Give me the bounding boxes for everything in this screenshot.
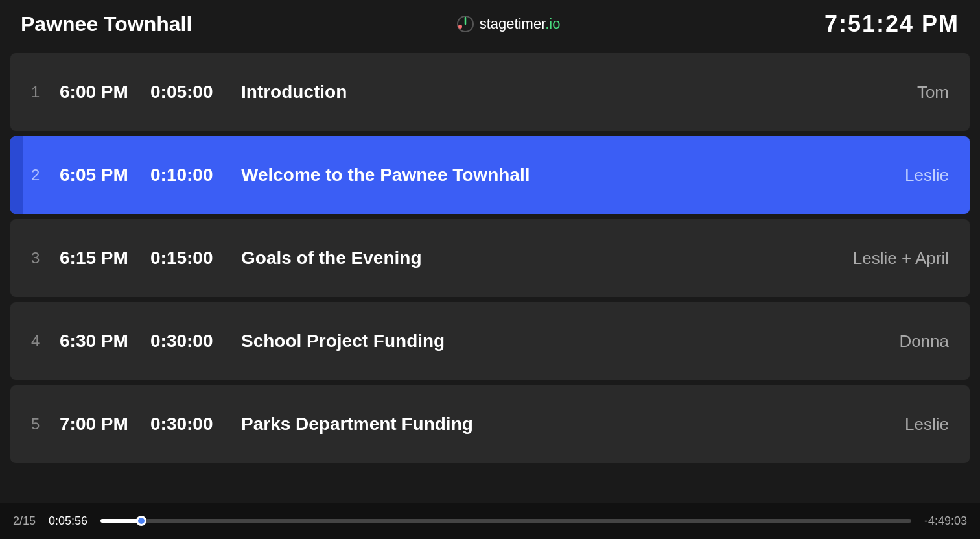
schedule-item-5: 5 7:00 PM 0:30:00 Parks Department Fundi…	[10, 385, 970, 463]
item-duration: 0:30:00	[150, 331, 241, 352]
item-speaker: Leslie + April	[853, 248, 949, 269]
item-time: 6:00 PM	[60, 82, 150, 102]
footer-bar: 2/15 0:05:56 -4:49:03	[0, 503, 980, 539]
progress-fill	[100, 519, 141, 523]
brand-logo: stagetimer.io	[456, 15, 561, 33]
item-duration: 0:10:00	[150, 165, 241, 186]
schedule-item-4: 4 6:30 PM 0:30:00 School Project Funding…	[10, 302, 970, 380]
item-number: 3	[31, 249, 54, 267]
schedule-item-1: 1 6:00 PM 0:05:00 Introduction Tom	[10, 53, 970, 131]
item-duration: 0:30:00	[150, 414, 241, 435]
svg-point-1	[458, 25, 462, 29]
item-time: 6:15 PM	[60, 248, 150, 269]
brand-icon	[456, 15, 474, 33]
active-indicator	[10, 136, 23, 214]
schedule-item-3: 3 6:15 PM 0:15:00 Goals of the Evening L…	[10, 219, 970, 297]
elapsed-time: 0:05:56	[49, 514, 88, 528]
progress-bar[interactable]	[100, 519, 911, 523]
item-duration: 0:15:00	[150, 248, 241, 269]
item-speaker: Leslie	[905, 414, 949, 435]
remaining-time: -4:49:03	[924, 514, 967, 528]
item-time: 6:05 PM	[60, 165, 150, 186]
item-title: School Project Funding	[241, 331, 889, 352]
item-time: 6:30 PM	[60, 331, 150, 352]
item-number: 2	[31, 166, 54, 184]
item-number: 4	[31, 332, 54, 350]
header: Pawnee Townhall stagetimer.io 7:51:24 PM	[0, 0, 980, 48]
schedule-list: 1 6:00 PM 0:05:00 Introduction Tom 2 6:0…	[0, 48, 980, 503]
item-speaker: Leslie	[905, 165, 949, 186]
item-title: Welcome to the Pawnee Townhall	[241, 165, 894, 186]
item-speaker: Donna	[899, 331, 949, 352]
item-speaker: Tom	[917, 82, 949, 102]
progress-thumb	[136, 516, 146, 526]
item-title: Introduction	[241, 82, 907, 102]
item-time: 7:00 PM	[60, 414, 150, 435]
item-number: 1	[31, 83, 54, 101]
current-time: 7:51:24 PM	[824, 10, 959, 38]
item-number: 5	[31, 415, 54, 433]
brand-text: stagetimer.io	[480, 16, 561, 32]
item-duration: 0:05:00	[150, 82, 241, 102]
item-title: Goals of the Evening	[241, 248, 843, 269]
item-title: Parks Department Funding	[241, 414, 894, 435]
page-indicator: 2/15	[13, 514, 36, 528]
app-title: Pawnee Townhall	[21, 12, 192, 36]
schedule-item-2: 2 6:05 PM 0:10:00 Welcome to the Pawnee …	[10, 136, 970, 214]
